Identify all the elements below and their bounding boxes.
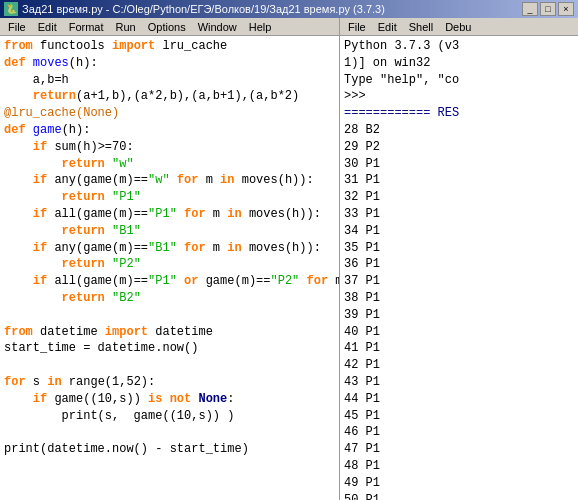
- code-line: return "B2": [4, 290, 335, 307]
- menu-options[interactable]: Options: [142, 20, 192, 34]
- menu-edit[interactable]: Edit: [32, 20, 63, 34]
- code-line: a,b=h: [4, 72, 335, 89]
- shell-version-line3: Type "help", "co: [344, 72, 574, 89]
- shell-result-row: 42 P1: [344, 357, 574, 374]
- shell-result-row: 37 P1: [344, 273, 574, 290]
- code-line: start_time = datetime.now(): [4, 340, 335, 357]
- code-line: return "P1": [4, 189, 335, 206]
- shell-result-row: 39 P1: [344, 307, 574, 324]
- code-line: from functools import lru_cache: [4, 38, 335, 55]
- title-bar: 🐍 Зад21 время.py - C:/Oleg/Python/ЕГЭ/Во…: [0, 0, 578, 18]
- right-menu-bar: File Edit Shell Debu: [340, 18, 578, 36]
- code-line: if all(game(m)=="P1" or game(m)=="P2" fo…: [4, 273, 335, 290]
- shell-result-row: 34 P1: [344, 223, 574, 240]
- code-line: return "P2": [4, 256, 335, 273]
- shell-result-row: 47 P1: [344, 441, 574, 458]
- shell-separator: ============ RES: [344, 105, 574, 122]
- code-line: print(s, game((10,s)) ): [4, 408, 335, 425]
- shell-result-row: 45 P1: [344, 408, 574, 425]
- code-line: if sum(h)>=70:: [4, 139, 335, 156]
- code-line: def game(h):: [4, 122, 335, 139]
- shell-menu-debug[interactable]: Debu: [439, 20, 477, 34]
- shell-result-row: 30 P1: [344, 156, 574, 173]
- shell-result-row: 38 P1: [344, 290, 574, 307]
- shell-menu-edit[interactable]: Edit: [372, 20, 403, 34]
- code-line: if any(game(m)=="w" for m in moves(h)):: [4, 172, 335, 189]
- code-line: [4, 424, 335, 441]
- shell-output[interactable]: Python 3.7.3 (v3 1)] on win32 Type "help…: [340, 36, 578, 500]
- minimize-button[interactable]: _: [522, 2, 538, 16]
- shell-result-row: 46 P1: [344, 424, 574, 441]
- shell-result-row: 48 P1: [344, 458, 574, 475]
- shell-result-row: 41 P1: [344, 340, 574, 357]
- shell-prompt1: >>>: [344, 88, 574, 105]
- close-button[interactable]: ×: [558, 2, 574, 16]
- shell-result-row: 32 P1: [344, 189, 574, 206]
- shell-result-row: 49 P1: [344, 475, 574, 492]
- code-line: if any(game(m)=="B1" for m in moves(h)):: [4, 240, 335, 257]
- shell-menu-file[interactable]: File: [342, 20, 372, 34]
- main-window: 🐍 Зад21 время.py - C:/Oleg/Python/ЕГЭ/Во…: [0, 0, 578, 500]
- menu-file[interactable]: File: [2, 20, 32, 34]
- code-line: return "B1": [4, 223, 335, 240]
- menu-window[interactable]: Window: [192, 20, 243, 34]
- code-line: if all(game(m)=="P1" for m in moves(h)):: [4, 206, 335, 223]
- shell-result-row: 31 P1: [344, 172, 574, 189]
- code-line: from datetime import datetime: [4, 324, 335, 341]
- code-line: [4, 357, 335, 374]
- code-line: [4, 307, 335, 324]
- code-line: print(datetime.now() - start_time): [4, 441, 335, 458]
- left-menu-bar: File Edit Format Run Options Window Help: [0, 18, 339, 36]
- code-editor[interactable]: from functools import lru_cache def move…: [0, 36, 339, 500]
- code-line: return "w": [4, 156, 335, 173]
- code-line: return(a+1,b),(a*2,b),(a,b+1),(a,b*2): [4, 88, 335, 105]
- app-icon: 🐍: [4, 2, 18, 16]
- shell-menu-shell[interactable]: Shell: [403, 20, 439, 34]
- shell-result-row: 35 P1: [344, 240, 574, 257]
- title-buttons: _ □ ×: [522, 2, 574, 16]
- shell-version-line1: Python 3.7.3 (v3: [344, 38, 574, 55]
- shell-results-container: 28 B229 P230 P131 P132 P133 P134 P135 P1…: [344, 122, 574, 500]
- shell-result-row: 36 P1: [344, 256, 574, 273]
- title-bar-left: 🐍 Зад21 время.py - C:/Oleg/Python/ЕГЭ/Во…: [4, 2, 385, 16]
- code-line: @lru_cache(None): [4, 105, 335, 122]
- maximize-button[interactable]: □: [540, 2, 556, 16]
- right-panel: File Edit Shell Debu Python 3.7.3 (v3 1)…: [340, 18, 578, 500]
- menu-run[interactable]: Run: [110, 20, 142, 34]
- shell-result-row: 50 P1: [344, 492, 574, 500]
- shell-result-row: 33 P1: [344, 206, 574, 223]
- window-title: Зад21 время.py - C:/Oleg/Python/ЕГЭ/Волк…: [22, 3, 385, 15]
- shell-result-row: 44 P1: [344, 391, 574, 408]
- shell-result-row: 40 P1: [344, 324, 574, 341]
- shell-result-row: 43 P1: [344, 374, 574, 391]
- code-line: for s in range(1,52):: [4, 374, 335, 391]
- shell-result-row: 28 B2: [344, 122, 574, 139]
- shell-result-row: 29 P2: [344, 139, 574, 156]
- menu-help[interactable]: Help: [243, 20, 278, 34]
- menu-format[interactable]: Format: [63, 20, 110, 34]
- main-area: File Edit Format Run Options Window Help…: [0, 18, 578, 500]
- shell-version-line2: 1)] on win32: [344, 55, 574, 72]
- code-line: def moves(h):: [4, 55, 335, 72]
- code-line: if game((10,s)) is not None:: [4, 391, 335, 408]
- left-panel: File Edit Format Run Options Window Help…: [0, 18, 340, 500]
